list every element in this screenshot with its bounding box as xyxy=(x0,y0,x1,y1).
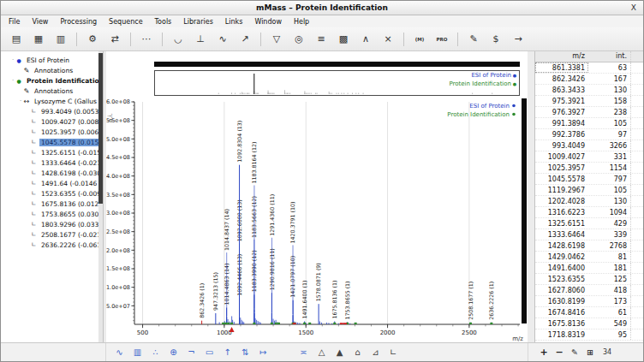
delete-peaks-icon[interactable]: × xyxy=(377,32,399,47)
peaklist-row[interactable]: 861.338163 xyxy=(535,62,643,74)
sidebar-item-annotations[interactable]: ✎Annotations xyxy=(1,65,103,75)
selection-icon[interactable]: ▭ xyxy=(204,347,215,357)
sidebar-item-lysozyme-c-gallus[interactable]: ·↔Lysozyme C (Gallus xyxy=(1,96,103,106)
presets-icon[interactable]: ⋯ xyxy=(135,32,158,47)
peaklist-row[interactable]: 993.40493266 xyxy=(535,140,643,151)
menu-view[interactable]: View xyxy=(26,18,54,26)
ruler-icon[interactable]: ▥ xyxy=(132,347,143,357)
peaklist-row[interactable]: 1630.8199173 xyxy=(535,296,643,307)
tracker-icon[interactable]: ∴ xyxy=(150,347,161,357)
peaklist-row[interactable]: 1009.4027331 xyxy=(535,151,643,163)
sidebar-scrollbar[interactable] xyxy=(98,51,103,342)
range-selector-bar[interactable] xyxy=(154,62,520,67)
menu-sequence[interactable]: Sequence xyxy=(103,18,148,26)
sidebar-item-1491-64-0-0146[interactable]: ∟1491.64 (-0.0146 xyxy=(1,178,103,188)
peaklist-row[interactable]: 1316.62231094 xyxy=(535,207,643,218)
sidebar-item-1803-9296-0-033[interactable]: ∟1803.9296 (0.033 xyxy=(1,219,103,229)
drag-label-icon[interactable]: ¬ xyxy=(186,347,197,357)
grid-icon[interactable]: ⌂ xyxy=(352,347,363,357)
notations-icon[interactable]: ∟ xyxy=(388,347,399,357)
peaklist-row[interactable]: 863.3433130 xyxy=(535,85,643,96)
peaklist-row[interactable]: 976.3927238 xyxy=(535,107,643,118)
peaklist-row[interactable]: 1718.831995 xyxy=(535,329,643,341)
scale-x-icon[interactable]: ↦ xyxy=(258,347,269,357)
column-mz[interactable]: m/z xyxy=(535,51,588,62)
close-button[interactable]: X xyxy=(631,1,636,15)
fill-peaks-icon[interactable]: ▲ xyxy=(334,347,345,357)
splitter-right[interactable] xyxy=(528,51,534,342)
overlay-icon[interactable]: △ xyxy=(316,347,327,357)
menu-processing[interactable]: Processing xyxy=(54,18,103,26)
export-icon[interactable]: → xyxy=(507,32,529,47)
menu-window[interactable]: Window xyxy=(248,18,288,26)
spectrum-overview[interactable]: ESI of Protein ●Protein Identification ● xyxy=(154,70,520,96)
peaklist-row[interactable]: 1491.6400181 xyxy=(535,263,643,274)
sidebar-item-2508-1677-0-021[interactable]: ∟2508.1677 (-0.021 xyxy=(1,229,103,240)
menu-libraries[interactable]: Libraries xyxy=(177,18,219,26)
peaklist-row[interactable]: 1428.61982768 xyxy=(535,240,643,252)
sidebar-item-1045-5578-0-015[interactable]: ∟1045.5578 (0.015 xyxy=(1,137,103,147)
mascot-icon[interactable]: (M) xyxy=(408,32,431,47)
sidebar-item-annotations[interactable]: ✎Annotations xyxy=(1,86,103,96)
column-int[interactable]: int. xyxy=(588,51,630,62)
peaklist-row[interactable]: 1523.6355125 xyxy=(535,274,643,285)
peaklist-row[interactable]: 862.3426167 xyxy=(535,74,643,85)
sidebar-item-protein-identification[interactable]: ·●Protein Identification xyxy=(1,75,103,86)
sidebar-item-1675-8136-0-012[interactable]: ∟1675.8136 (0.012 xyxy=(1,199,103,209)
peaklist-row[interactable]: 1119.2967105 xyxy=(535,185,643,196)
autoscale-icon[interactable]: ⊿ xyxy=(370,347,381,357)
annotate-button[interactable]: ✎ xyxy=(567,347,582,357)
peaklist-body[interactable]: 861.338163862.3426167863.3433130975.3921… xyxy=(535,62,643,342)
peaklist-row[interactable]: 1325.6151429 xyxy=(535,218,643,229)
sidebar-item-2636-2226-0-061[interactable]: ∟2636.2226 (-0.061 xyxy=(1,240,103,250)
peaklist-row[interactable]: 1202.4028130 xyxy=(535,196,643,207)
peaklist-row[interactable]: 1675.8136549 xyxy=(535,318,643,329)
peaklist-row[interactable]: 991.3894105 xyxy=(535,118,643,129)
labels-icon[interactable]: ∿ xyxy=(114,347,125,357)
sidebar-item-esi-of-protein[interactable]: ·●ESI of Protein xyxy=(1,55,103,65)
sidebar-item-1009-4027-0-008[interactable]: ∟1009.4027 (0.008 xyxy=(1,116,103,127)
donate-icon[interactable]: $ xyxy=(485,32,507,47)
peak-search-icon[interactable]: ◎ xyxy=(288,32,310,47)
peaklist-row[interactable]: 1333.6464339 xyxy=(535,229,643,240)
match-list-button[interactable]: ⊞ xyxy=(582,347,598,357)
sidebar-item-1523-6355-0-009[interactable]: ∟1523.6355 (-0.009 xyxy=(1,188,103,199)
add-peak-button[interactable]: + xyxy=(536,347,552,358)
menu-links[interactable]: Links xyxy=(219,18,249,26)
recalibration-icon[interactable]: ↗ xyxy=(234,32,256,47)
sidebar-item-1428-6198-0-030[interactable]: ∟1428.6198 (-0.030 xyxy=(1,168,103,178)
sidebar-item-1753-8655-0-030[interactable]: ∟1753.8655 (0.030 xyxy=(1,209,103,219)
sidebar-item-993-4049-0-0053[interactable]: ∟993.4049 (0.0053 xyxy=(1,106,103,116)
peaklist-row[interactable]: 1627.8060418 xyxy=(535,285,643,296)
processing-icon[interactable]: ⚙ xyxy=(81,32,104,47)
normalize-icon[interactable]: ≍ xyxy=(298,347,309,357)
save-icon[interactable]: ▦ xyxy=(27,32,50,47)
menu-tools[interactable]: Tools xyxy=(149,18,178,26)
peaklist-row[interactable]: 1429.046281 xyxy=(535,252,643,263)
scale-y-icon[interactable]: ⇅ xyxy=(240,347,251,357)
offset-icon[interactable]: ⊕ xyxy=(168,347,179,357)
y-range-scrollbar[interactable] xyxy=(522,98,527,323)
calibration-icon[interactable]: ⇄ xyxy=(104,32,126,47)
peaklist-row[interactable]: 1674.841661 xyxy=(535,307,643,318)
baseline-icon[interactable]: ◡ xyxy=(167,32,189,47)
open-icon[interactable]: ▤ xyxy=(5,32,27,47)
sidebar-item-1025-3957-0-006[interactable]: ∟1025.3957 (0.006 xyxy=(1,127,103,137)
prospector-icon[interactable]: PRO xyxy=(431,32,453,47)
filter-icon[interactable]: ▽ xyxy=(265,32,288,47)
peak-picking-icon[interactable]: ⊥ xyxy=(189,32,212,47)
print-icon[interactable]: ▥ xyxy=(50,32,72,47)
envelope-icon[interactable]: ∧ xyxy=(355,32,377,47)
report-icon[interactable]: ✎ xyxy=(462,32,485,47)
remove-peak-button[interactable]: − xyxy=(552,347,567,358)
peaklist-row[interactable]: 1025.39571154 xyxy=(535,163,643,174)
deisotoping-icon[interactable]: ∿ xyxy=(212,32,234,47)
mass-list-icon[interactable]: ≡ xyxy=(310,32,332,47)
peaklist-row[interactable]: 992.378697 xyxy=(535,129,643,140)
spectrum-plot[interactable]: ESI of ProteinProtein Identification5001… xyxy=(106,97,528,342)
scrollbar-thumb[interactable] xyxy=(98,53,103,204)
pattern-icon[interactable]: ▩ xyxy=(332,32,355,47)
sidebar-item-1333-6464-0-021[interactable]: ∟1333.6464 (-0.021 xyxy=(1,157,103,168)
peaklist-row[interactable]: 975.3921158 xyxy=(535,96,643,107)
cursor-icon[interactable]: ↑ xyxy=(222,347,233,357)
